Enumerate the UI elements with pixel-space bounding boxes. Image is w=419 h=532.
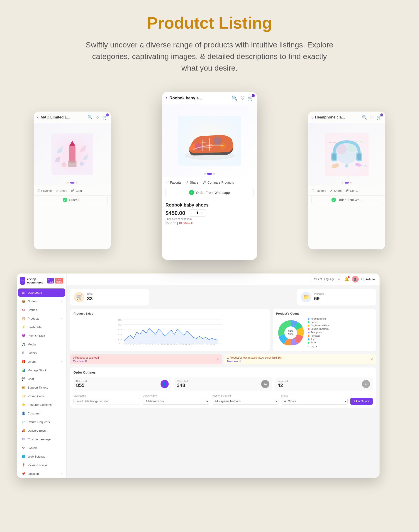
sidebar-item-web[interactable]: 🌐 Web Settings: [18, 452, 65, 461]
heart-icon-left[interactable]: ♡: [96, 115, 100, 120]
compare-action-right[interactable]: ☍ Com...: [345, 189, 358, 192]
whatsapp-label-right: Order From Wh...: [338, 198, 362, 202]
favorite-action-left[interactable]: ♡ Favorite: [37, 189, 52, 192]
language-select[interactable]: Select Language: [311, 276, 341, 282]
cart-icon-right[interactable]: 🛒2: [377, 115, 382, 120]
sidebar-item-delivery[interactable]: 🚚 Delivery Boys...: [18, 426, 65, 435]
orders-icon: 📦: [21, 299, 26, 303]
svg-text:29: 29: [210, 343, 212, 345]
sidebar-item-pos[interactable]: 💜 Point Of Sale: [18, 332, 65, 340]
sidebar-item-chat[interactable]: 💬 Chat: [18, 375, 65, 383]
svg-text:28: 28: [207, 343, 209, 345]
action-bar-right: ♡ Favorite ↗ Share ☍ Com...: [308, 186, 385, 196]
back-icon-right[interactable]: ‹: [312, 114, 313, 120]
svg-text:27: 27: [204, 343, 205, 345]
close-alert-sold-out[interactable]: ✕: [216, 357, 219, 361]
notification-icon[interactable]: 🔔: [344, 277, 349, 282]
favorite-action-right[interactable]: ♡ Favorite: [312, 189, 326, 192]
custom-msg-icon: ✉: [21, 437, 26, 441]
svg-text:13: 13: [161, 343, 163, 345]
whatsapp-btn-center[interactable]: ✓ Order From Whatsapp: [166, 188, 253, 197]
topbar: Select Language 🔔 👤 Hi, Admin: [67, 273, 380, 285]
payment-method-select[interactable]: All Payment Methods: [212, 398, 278, 405]
svg-text:400k: 400k: [118, 324, 122, 326]
search-icon-left[interactable]: 🔍: [88, 115, 93, 120]
sidebar-label-return: Return Requests: [28, 420, 50, 424]
sidebar-item-brands[interactable]: 🏷 Brands: [18, 306, 65, 314]
legend-label: Fruits: [311, 341, 316, 344]
sidebar-item-flash-sale[interactable]: ⚡ Flash Sale: [18, 323, 65, 331]
status-select[interactable]: All Orders: [281, 398, 348, 405]
status-filter: Status All Orders: [281, 394, 348, 405]
compare-action-center[interactable]: ☍ Compare Products: [202, 180, 234, 185]
heart-icon-center[interactable]: ♡: [241, 95, 245, 101]
legend-label: Air conditioners: [311, 317, 326, 320]
sidebar-item-support[interactable]: 🎫 Support Tickets: [18, 383, 65, 392]
svg-text:2: 2: [127, 343, 128, 345]
orders-stat-label: Order: [87, 293, 93, 295]
share-action-center[interactable]: ↗ Share: [186, 180, 198, 185]
search-icon-center[interactable]: 🔍: [232, 95, 237, 101]
chevron-down-icon[interactable]: ▼: [315, 346, 317, 348]
sidebar-item-pickup[interactable]: 📍 Pickup Location: [18, 461, 65, 469]
qty-minus[interactable]: −: [192, 211, 194, 215]
delivery-boy-select[interactable]: All delivery boy: [143, 398, 209, 405]
legend-dot: [308, 342, 310, 344]
sidebar-item-system[interactable]: ⚙ System: [18, 444, 65, 452]
stat-card-orders: 🛒 Order 33: [70, 289, 149, 305]
filter-orders-button[interactable]: Filter Orders: [350, 398, 373, 405]
share-action-left[interactable]: ↗ Share: [55, 189, 67, 192]
arrow-icon: ›: [61, 300, 62, 302]
cart-icon-center[interactable]: 🛒2: [248, 95, 253, 101]
sidebar-item-customer[interactable]: 👤 Customer: [18, 409, 65, 417]
compare-action-left[interactable]: ☍ Com...: [71, 189, 84, 192]
page-title: Produtct Listing: [147, 14, 272, 32]
close-alert-low-stock[interactable]: ✕: [370, 357, 373, 361]
payment-method-filter: Payment Method All Payment Methods: [212, 394, 278, 405]
tax-note: (Inclusive of all taxes): [166, 218, 253, 221]
products-count-chart: Product's Count: [273, 309, 376, 351]
back-icon-center[interactable]: ‹: [166, 95, 167, 101]
cart-icon-left[interactable]: 🛒2: [102, 115, 107, 120]
svg-text:4: 4: [133, 343, 134, 345]
sidebar-item-manage-stock[interactable]: 📊 Manage Stock: [18, 366, 65, 374]
sidebar-item-products[interactable]: 📋 Products ›: [18, 314, 65, 323]
share-action-right[interactable]: ↗ Share: [330, 189, 342, 192]
phone-left-header: ‹ MAC Limited E... 🔍 ♡ 🛒2: [34, 111, 111, 123]
sidebar-item-featured[interactable]: ⭐ Featured Sections: [18, 401, 65, 409]
sidebar-item-orders[interactable]: 📦 Orders ›: [18, 297, 65, 305]
sidebar-item-media[interactable]: 🎵 Media: [18, 340, 65, 348]
sidebar-label-pickup: Pickup Location: [28, 464, 49, 467]
sidebar-item-promo[interactable]: 🏷 Promo Code: [18, 392, 65, 400]
cancelled-label: Cancelled: [177, 380, 188, 382]
legend-fruits: Fruits: [308, 341, 329, 344]
customer-icon: 👤: [21, 411, 26, 415]
qty-plus[interactable]: +: [201, 211, 203, 215]
sidebar-item-custom-msg[interactable]: ✉ Custom message: [18, 435, 65, 443]
order-stat-returned: Returned 42 ↩: [275, 377, 373, 391]
svg-text:300k: 300k: [118, 328, 122, 331]
date-range-input[interactable]: [73, 398, 140, 404]
whatsapp-btn-right[interactable]: ✓ Order From Wh...: [312, 196, 382, 204]
sidebar-item-offers[interactable]: 🎁 Offers ›: [18, 357, 65, 366]
whatsapp-btn-left[interactable]: ✓ Order F...: [37, 196, 108, 204]
heart-icon-right[interactable]: ♡: [370, 115, 374, 120]
more-info-sold-out[interactable]: More Info 🛈: [73, 360, 99, 362]
date-range-label: Date range:: [73, 395, 140, 397]
sort-icon[interactable]: ⇅: [308, 346, 310, 348]
stat-card-products: 📁 Products 69: [297, 289, 376, 305]
sidebar-item-sliders[interactable]: 🎚 Sliders: [18, 349, 65, 357]
sidebar-label-featured: Featured Sections: [28, 403, 52, 407]
sidebar-item-return[interactable]: ↩ Return Requests: [18, 418, 65, 426]
search-icon-right[interactable]: 🔍: [362, 115, 367, 120]
favorite-action-center[interactable]: ♡ Favorite: [166, 180, 182, 185]
sidebar-item-location[interactable]: 📌 Location ›: [18, 470, 65, 478]
back-icon-left[interactable]: ‹: [37, 114, 39, 120]
heart-icon: ♡: [37, 189, 40, 192]
returned-label: Returned: [277, 380, 288, 382]
sidebar-item-dashboard[interactable]: ⊞ Dashboard: [18, 288, 65, 297]
more-info-low-stock[interactable]: More Info 🛈: [227, 360, 282, 362]
lipstick-illustration: [52, 134, 93, 175]
featured-icon: ⭐: [21, 403, 26, 407]
price-row: $450.00 − 1 +: [166, 209, 253, 217]
